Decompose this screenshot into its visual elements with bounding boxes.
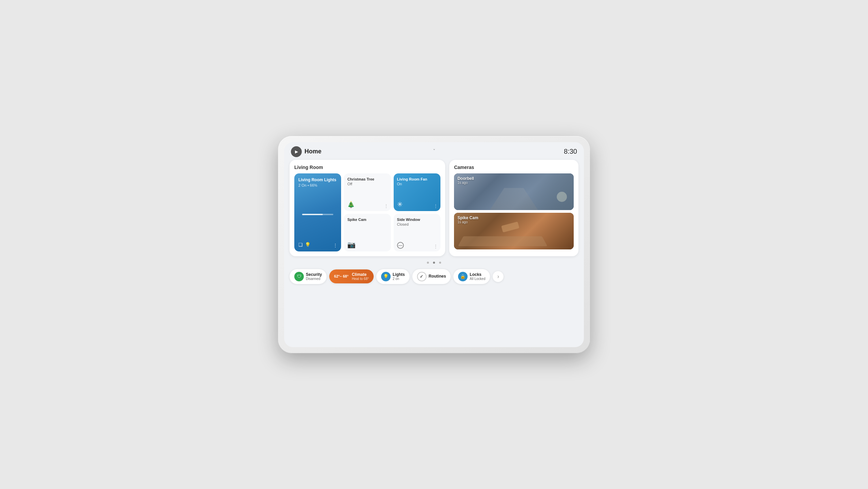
- climate-range-text: 62°– 68°: [334, 274, 348, 278]
- lights-slider-area: [298, 191, 337, 238]
- bottom-bar: 🛡 Security Disarmed 62°– 68° Climate Hea…: [284, 266, 584, 288]
- brightness-fill: [302, 214, 322, 215]
- climate-label: Climate: [352, 272, 369, 277]
- climate-sublabel: Heat to 68°: [352, 277, 369, 281]
- locks-lock-icon: 🔒: [460, 274, 466, 279]
- chevron-down-icon[interactable]: ˅: [433, 148, 435, 154]
- routines-label: Routines: [429, 274, 446, 279]
- home-section: ▶ Home: [291, 146, 321, 157]
- living-room-panel: Living Room Living Room Lights 2 On • 66…: [290, 160, 445, 256]
- lights-bulb-icon: 💡: [383, 274, 389, 279]
- climate-pill-text: Climate Heat to 68°: [352, 272, 369, 281]
- doorbell-camera-title: Doorbell: [457, 176, 474, 181]
- cameras-title: Cameras: [454, 165, 574, 170]
- time-display: 8:30: [564, 148, 577, 155]
- widget-spike-cam[interactable]: Spike Cam 📷: [344, 214, 391, 251]
- lights-bottom-icons: ❏ 💡: [298, 242, 337, 247]
- christmas-tree-menu-icon[interactable]: ⋮: [384, 204, 388, 208]
- page-dot-1[interactable]: [427, 262, 429, 264]
- group-icon: ❏: [298, 242, 303, 247]
- side-window-status: Closed: [397, 222, 437, 226]
- page-dot-2[interactable]: [433, 262, 435, 264]
- security-pill[interactable]: 🛡 Security Disarmed: [290, 269, 327, 284]
- fan-widget-status: On: [397, 182, 437, 186]
- security-label: Security: [306, 272, 322, 277]
- widget-christmas-tree[interactable]: Christmas Tree Off 🎄 ⋮: [344, 173, 391, 211]
- lights-sublabel: 2 on: [393, 277, 405, 281]
- locks-pill[interactable]: 🔒 Locks All Locked: [453, 269, 490, 284]
- routines-icon-circle: ✓: [417, 272, 427, 281]
- spike-camera-title: Spike Cam: [457, 215, 478, 220]
- main-content: Living Room Living Room Lights 2 On • 66…: [284, 160, 584, 260]
- top-bar: ▶ Home ˅ 8:30: [284, 142, 584, 160]
- spike-cam-object: [501, 222, 519, 232]
- window-closed-icon: —: [397, 242, 404, 249]
- security-icon-circle: 🛡: [294, 272, 304, 281]
- home-icon-button[interactable]: ▶: [291, 146, 302, 157]
- camera-feed-spike[interactable]: Spike Cam 1s ago: [454, 213, 574, 249]
- cameras-panel: Cameras Doorbell 1s ago: [449, 160, 578, 256]
- brightness-slider[interactable]: [302, 214, 333, 215]
- lights-label: Lights: [393, 272, 405, 277]
- lights-pill[interactable]: 💡 Lights 2 on: [376, 269, 410, 284]
- locks-sublabel: All Locked: [470, 277, 485, 281]
- security-pill-text: Security Disarmed: [306, 272, 322, 281]
- widget-fan[interactable]: Living Room Fan On ✳ ⋮: [394, 173, 440, 211]
- security-shield-icon: 🛡: [297, 274, 301, 279]
- fan-icon: ✳: [397, 200, 403, 208]
- more-indicator[interactable]: ›: [493, 271, 504, 282]
- routines-check-icon: ✓: [420, 274, 423, 279]
- home-play-icon: ▶: [295, 149, 298, 154]
- side-window-title: Side Window: [397, 217, 437, 222]
- locks-icon-circle: 🔒: [458, 272, 468, 281]
- fan-widget-title: Living Room Fan: [397, 177, 437, 182]
- camera-icon: 📷: [347, 241, 356, 249]
- widgets-grid: Living Room Lights 2 On • 66% ❏ 💡 ⋮: [294, 173, 440, 251]
- device-screen: ▶ Home ˅ 8:30 Living Room Living Room Li…: [284, 142, 584, 347]
- locks-pill-text: Locks All Locked: [470, 272, 485, 281]
- doorbell-camera-label: Doorbell 1s ago: [457, 176, 474, 185]
- lights-pill-text: Lights 2 on: [393, 272, 405, 281]
- device-frame: ▶ Home ˅ 8:30 Living Room Living Room Li…: [278, 136, 590, 353]
- locks-label: Locks: [470, 272, 485, 277]
- widget-side-window[interactable]: Side Window Closed — ⋮: [394, 214, 440, 251]
- spike-camera-label: Spike Cam 1s ago: [457, 215, 478, 224]
- home-title: Home: [304, 148, 321, 155]
- routines-pill-text: Routines: [429, 274, 446, 279]
- climate-pill[interactable]: 62°– 68° Climate Heat to 68°: [329, 269, 374, 283]
- christmas-tree-status: Off: [347, 182, 387, 186]
- lights-icon-circle: 💡: [381, 272, 391, 281]
- security-sublabel: Disarmed: [306, 277, 322, 281]
- side-window-menu-icon[interactable]: ⋮: [434, 244, 438, 249]
- page-dot-3[interactable]: [439, 262, 441, 264]
- lights-menu-icon[interactable]: ⋮: [333, 243, 338, 248]
- page-dots: [284, 260, 584, 266]
- bulb-icon: 💡: [305, 242, 311, 247]
- fan-menu-icon[interactable]: ⋮: [434, 204, 438, 208]
- camera-feeds: Doorbell 1s ago Spike Cam 1: [454, 173, 574, 249]
- living-room-title: Living Room: [294, 165, 440, 170]
- tree-icon: 🎄: [347, 201, 355, 208]
- spike-camera-time: 1s ago: [457, 220, 478, 224]
- climate-range: 62°– 68°: [334, 274, 348, 278]
- camera-feed-doorbell[interactable]: Doorbell 1s ago: [454, 173, 574, 210]
- spike-cam-title: Spike Cam: [347, 217, 387, 222]
- lights-widget-title: Living Room Lights: [298, 177, 337, 183]
- routines-pill[interactable]: ✓ Routines: [412, 269, 451, 284]
- doorbell-light-visual: [557, 192, 567, 202]
- widget-lights[interactable]: Living Room Lights 2 On • 66% ❏ 💡 ⋮: [294, 173, 341, 251]
- doorbell-camera-time: 1s ago: [457, 181, 474, 185]
- christmas-tree-title: Christmas Tree: [347, 177, 387, 182]
- lights-widget-subtitle: 2 On • 66%: [298, 183, 337, 187]
